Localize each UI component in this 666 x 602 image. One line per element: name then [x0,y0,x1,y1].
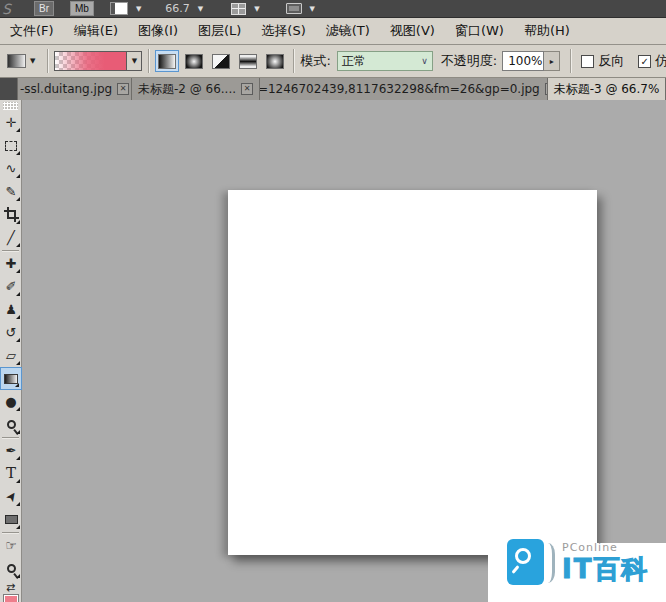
tab-document-3[interactable]: u=1246702439,8117632298&fm=26&gp=0.jpg ✕ [260,78,548,100]
tool-dodge[interactable] [0,413,22,436]
menu-layer[interactable]: 图层(L) [188,18,251,45]
bridge-button[interactable]: Br [34,1,54,16]
tab-document-1[interactable]: -ssl.duitang.jpg ✕ [18,78,132,100]
gradient-picker-dropdown[interactable]: ▼ [126,52,141,70]
tool-eraser[interactable]: ▱ [0,344,22,367]
title-bar: S Br Mb ▼ 66.7 ▼ ▼ ▼ [0,0,666,18]
divider [570,49,571,73]
swap-arrows-icon: ⇄ [6,581,15,594]
diamond-gradient-button[interactable] [263,50,287,72]
screen-mode-icon[interactable] [286,3,302,14]
tool-quick-selection[interactable]: ✎ [0,180,22,203]
swap-colors-button[interactable]: ⇄ [0,580,21,594]
clipped-tab[interactable] [0,78,18,100]
radial-gradient-icon [185,54,203,69]
menu-window[interactable]: 窗口(W) [445,18,514,45]
menu-edit[interactable]: 编辑(E) [64,18,128,45]
foreground-color-swatch[interactable] [3,594,19,602]
tab-label: -ssl.duitang.jpg [20,82,112,96]
blend-mode-select[interactable]: 正常 ∨ [337,51,433,71]
divider [2,250,19,251]
menu-help[interactable]: 帮助(H) [514,18,580,45]
linear-gradient-icon [158,54,176,69]
radial-gradient-button[interactable] [182,50,206,72]
chevron-down-icon[interactable]: ▼ [198,5,203,13]
close-icon[interactable]: ✕ [241,83,253,95]
gradient-icon [4,374,18,384]
chevron-down-icon: ∨ [421,56,428,66]
tool-zoom[interactable] [0,557,22,580]
hand-icon: ☞ [5,539,17,552]
dither-checkbox[interactable]: ✓ [638,55,651,68]
eyedropper-icon: ╱ [7,231,15,244]
tool-marquee[interactable] [0,134,22,157]
clone-stamp-icon: ♟ [5,303,17,316]
blur-icon: ● [5,395,16,408]
tool-clone-stamp[interactable]: ♟ [0,298,22,321]
view-extras-icon[interactable] [110,2,128,15]
tool-move[interactable]: ✛ [0,111,22,134]
tool-hand[interactable]: ☞ [0,534,22,557]
close-icon[interactable]: ✕ [117,83,129,95]
menu-select[interactable]: 选择(S) [251,18,315,45]
tool-gradient-selected[interactable] [0,367,22,390]
tool-brush[interactable]: ✐ [0,275,22,298]
menu-view[interactable]: 视图(V) [380,18,445,45]
opacity-slider-button[interactable]: ▸ [544,51,560,71]
tab-document-2[interactable]: 未标题-2 @ 66.... ✕ [132,78,260,100]
pen-icon: ✒ [6,444,17,457]
reverse-checkbox[interactable] [581,55,594,68]
gradient-swatch[interactable] [55,52,126,70]
watermark-text: PConline IT百科 [562,541,649,584]
linear-gradient-button[interactable] [155,50,179,72]
reverse-option: 反向 [581,52,624,70]
tool-eyedropper[interactable]: ╱ [0,226,22,249]
zoom-level[interactable]: 66.7 [165,2,190,15]
workspace: ✛ ∿ ✎ ╱ ✚ ✐ ♟ ↺ ▱ ● ✒ T ➤ ☞ ⇄ [0,100,666,602]
tab-document-4-active[interactable]: 未标题-3 @ 66.7% [548,78,666,100]
tool-pen[interactable]: ✒ [0,439,22,462]
angle-gradient-button[interactable] [209,50,233,72]
opacity-input[interactable]: 100% [502,51,544,71]
tool-path-selection[interactable]: ➤ [0,485,22,508]
dither-label: 仿色 [655,52,666,70]
lasso-icon: ∿ [6,162,17,175]
chevron-down-icon[interactable]: ▼ [136,5,141,13]
options-bar: ▼ ▼ 模式: 正常 ∨ 不透明度: 100% ▸ 反向 [0,45,666,78]
gradient-editor-preview[interactable]: ▼ [54,51,142,71]
tool-shape[interactable] [0,508,22,531]
divider [293,49,294,73]
bracket-shape [548,543,555,583]
chevron-down-icon[interactable]: ▼ [310,5,315,13]
panel-grip[interactable] [3,102,18,110]
menu-file[interactable]: 文件(F) [0,18,64,45]
canvas-document[interactable] [228,190,597,555]
tool-lasso[interactable]: ∿ [0,157,22,180]
mode-label: 模式: [300,52,330,70]
divider [47,49,48,73]
tool-type[interactable]: T [0,462,22,485]
crop-icon [5,208,18,221]
rectangle-icon [5,515,18,524]
reflected-gradient-icon [239,54,257,69]
tool-blur[interactable]: ● [0,390,22,413]
menu-image[interactable]: 图像(I) [128,18,188,45]
type-icon: T [6,466,16,481]
menu-filter[interactable]: 滤镜(T) [316,18,380,45]
tool-spot-healing[interactable]: ✚ [0,252,22,275]
opacity-label: 不透明度: [441,52,497,70]
divider [2,532,19,533]
marquee-icon [5,141,17,151]
chevron-down-icon[interactable]: ▼ [254,5,259,13]
tool-preset-picker[interactable]: ▼ [7,54,41,68]
reflected-gradient-button[interactable] [236,50,260,72]
gradient-type-buttons [155,50,287,72]
gradient-preset-icon [7,54,26,68]
tool-crop[interactable] [0,203,22,226]
arrange-documents-icon[interactable] [231,3,246,15]
dodge-icon [7,420,16,429]
tool-history-brush[interactable]: ↺ [0,321,22,344]
minibridge-button[interactable]: Mb [70,1,94,16]
menu-bar: 文件(F) 编辑(E) 图像(I) 图层(L) 选择(S) 滤镜(T) 视图(V… [0,18,666,45]
path-selection-icon: ➤ [3,488,20,504]
